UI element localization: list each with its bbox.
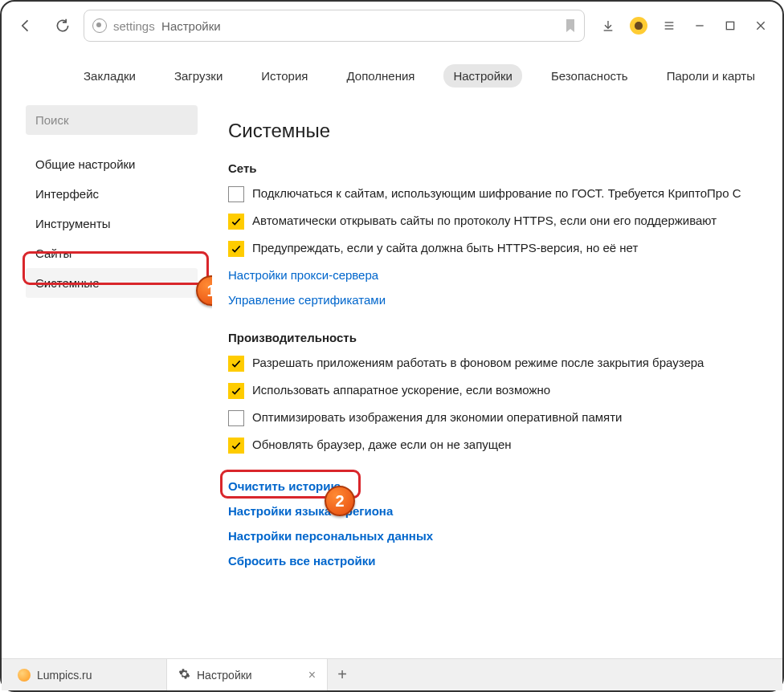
checkbox-row[interactable]: Использовать аппаратное ускорение, если …: [228, 383, 755, 399]
sidebar-item[interactable]: Системные: [26, 268, 198, 298]
checkbox-row[interactable]: Разрешать приложениям работать в фоновом…: [228, 356, 755, 372]
bookmark-icon[interactable]: [565, 18, 576, 33]
window-maximize[interactable]: [717, 10, 744, 42]
gear-icon: [178, 668, 190, 682]
sidebar-item[interactable]: Сайты: [26, 238, 198, 268]
close-icon[interactable]: ×: [308, 668, 316, 682]
sidebar-item[interactable]: Инструменты: [26, 209, 198, 238]
settings-body: Поиск Общие настройкиИнтерфейсИнструмент…: [2, 105, 782, 658]
settings-main: Системные СетьПодключаться к сайтам, исп…: [212, 105, 771, 647]
checkbox-label: Подключаться к сайтам, использующим шифр…: [252, 186, 741, 200]
settings-link[interactable]: Настройки персональных данных: [228, 529, 433, 543]
search-input[interactable]: Поиск: [26, 105, 198, 135]
checkbox-row[interactable]: Автоматически открывать сайты по протоко…: [228, 214, 755, 230]
back-button[interactable]: [10, 10, 42, 42]
address-bar[interactable]: settings Настройки: [84, 10, 585, 42]
nav-tab[interactable]: Дополнения: [337, 64, 424, 88]
bottom-links: 2 Очистить историюНастройки языка и реги…: [212, 473, 771, 585]
checkbox-label: Использовать аппаратное ускорение, если …: [252, 383, 550, 397]
settings-link[interactable]: Настройки языка и региона: [228, 504, 393, 518]
settings-link[interactable]: Очистить историю: [228, 479, 341, 493]
checkbox[interactable]: [228, 214, 244, 230]
checkbox[interactable]: [228, 438, 244, 454]
menu-button[interactable]: [655, 10, 683, 42]
checkbox-row[interactable]: Обновлять браузер, даже если он не запущ…: [228, 438, 755, 454]
svg-rect-6: [726, 22, 733, 29]
reload-button[interactable]: [47, 10, 79, 42]
checkbox[interactable]: [228, 241, 244, 257]
profile-button[interactable]: [625, 10, 652, 42]
tab-title: Lumpics.ru: [37, 669, 92, 682]
settings-link[interactable]: Управление сертификатами: [228, 293, 386, 307]
browser-tab[interactable]: Настройки×: [167, 659, 328, 690]
window-close[interactable]: [747, 10, 774, 42]
checkbox-label: Автоматически открывать сайты по протоко…: [252, 214, 717, 227]
checkbox[interactable]: [228, 356, 244, 372]
checkbox-row[interactable]: Оптимизировать изображения для экономии …: [228, 410, 755, 426]
nav-tab[interactable]: Загрузки: [165, 64, 232, 88]
nav-tab[interactable]: Безопасность: [541, 64, 638, 88]
checkbox-label: Разрешать приложениям работать в фоновом…: [252, 356, 704, 369]
new-tab-button[interactable]: +: [328, 659, 357, 690]
section-heading: Производительность: [228, 331, 755, 344]
toolbar: settings Настройки: [2, 2, 782, 50]
checkbox-label: Предупреждать, если у сайта должна быть …: [252, 241, 638, 254]
sidebar-item[interactable]: Интерфейс: [26, 179, 198, 209]
site-icon: [92, 18, 107, 33]
avatar-icon: [630, 17, 647, 35]
nav-tab[interactable]: Закладки: [74, 64, 145, 88]
address-text: settings Настройки: [113, 19, 221, 33]
browser-tab[interactable]: Lumpics.ru: [6, 659, 167, 690]
window-minimize[interactable]: [686, 10, 713, 42]
sidebar-item[interactable]: Общие настройки: [26, 149, 198, 179]
section-heading: Сеть: [228, 161, 755, 175]
nav-tab[interactable]: Настройки: [443, 64, 522, 88]
checkbox-row[interactable]: Предупреждать, если у сайта должна быть …: [228, 241, 755, 257]
settings-link[interactable]: Сбросить все настройки: [228, 554, 375, 568]
settings-nav: ЗакладкиЗагрузкиИсторияДополненияНастрой…: [2, 50, 782, 105]
nav-tab[interactable]: Пароли и карты: [657, 64, 765, 88]
toolbar-right: [594, 10, 774, 42]
sidebar: Поиск Общие настройкиИнтерфейсИнструмент…: [26, 105, 198, 647]
nav-tab[interactable]: История: [251, 64, 317, 88]
settings-section: СетьПодключаться к сайтам, использующим …: [212, 157, 771, 326]
tab-title: Настройки: [197, 669, 252, 682]
page-title: Системные: [212, 105, 771, 157]
checkbox-row[interactable]: Подключаться к сайтам, использующим шифр…: [228, 186, 755, 202]
checkbox[interactable]: [228, 383, 244, 399]
browser-window: settings Настройки Закл: [0, 0, 784, 692]
settings-section: ПроизводительностьРазрешать приложениям …: [212, 326, 771, 473]
settings-link[interactable]: Настройки прокси-сервера: [228, 268, 378, 282]
checkbox[interactable]: [228, 186, 244, 202]
downloads-button[interactable]: [594, 10, 622, 42]
checkbox-label: Оптимизировать изображения для экономии …: [252, 410, 622, 424]
checkbox[interactable]: [228, 410, 244, 426]
tab-strip: Lumpics.ruНастройки×+: [2, 658, 782, 690]
favicon-icon: [18, 669, 31, 682]
checkbox-label: Обновлять браузер, даже если он не запущ…: [252, 438, 512, 451]
